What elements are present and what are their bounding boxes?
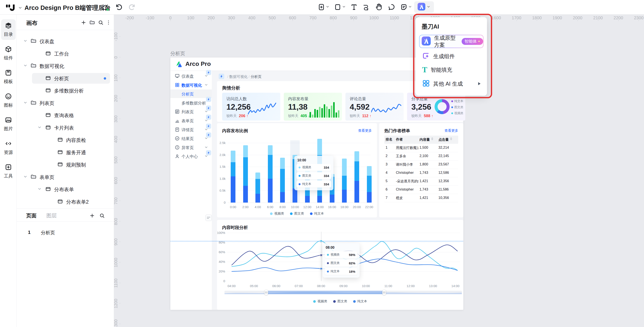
card-title: 内容时段分析 (222, 225, 248, 230)
frame-icon (57, 199, 63, 205)
table-cell: 1,421 (420, 179, 428, 183)
tree-item-分布表单2[interactable]: 分布表单2 (17, 196, 114, 208)
connector-tool-button[interactable] (360, 1, 372, 13)
chevron-down-icon[interactable] (23, 39, 28, 44)
tree-item-服务开通[interactable]: 服务开通 (17, 146, 114, 158)
page-list-item[interactable]: 1分析页 (17, 227, 114, 237)
sidebar-item-templates[interactable]: 模板 (1, 66, 16, 87)
tree-item-label: 多维数据分析 (54, 87, 84, 94)
redo-button[interactable] (128, 3, 136, 11)
tree-item-label: 服务开通 (66, 149, 86, 156)
grid4-icon (419, 79, 430, 88)
ai-tools-button[interactable] (414, 1, 434, 13)
app-nav-数据可视化[interactable]: 数据可视化 (170, 81, 212, 89)
sidebar-item-label: 组件 (4, 55, 13, 61)
breadcrumb-bolt-icon (219, 74, 224, 79)
app-logo-icon[interactable] (6, 3, 15, 12)
tree-item-label: 卡片列表 (54, 125, 74, 131)
ruler-tick (119, 303, 120, 304)
logo-chevron-down-icon[interactable] (18, 5, 22, 11)
table-cell: 2 (386, 154, 388, 158)
app-nav-分析页[interactable]: 分析页 (170, 89, 212, 98)
check-icon (175, 136, 180, 142)
ai-menu-item-3[interactable]: T智能填充 (419, 64, 484, 75)
cloud-sync-icon[interactable] (101, 3, 109, 12)
chevron-down-icon[interactable] (23, 100, 28, 106)
tab-layers[interactable]: 图层 (46, 212, 57, 219)
ai-menu-item-1[interactable]: 生成原型方案智能体 ✦ (419, 35, 484, 48)
sidebar-item-tools[interactable]: 工具 (1, 161, 16, 182)
text-tool-button[interactable] (348, 1, 360, 13)
tree-item-规则预制[interactable]: 规则预制 (17, 159, 114, 171)
chevron-down-icon[interactable] (38, 187, 42, 192)
app-nav-个人中心[interactable]: 个人中心 (170, 152, 212, 160)
app-nav-结果页[interactable]: 结果页 (170, 134, 212, 143)
chevron-down-icon[interactable] (23, 174, 28, 180)
hand-tool-button[interactable] (373, 1, 385, 13)
tree-item-列表页[interactable]: 列表页 (17, 97, 114, 109)
view-more-link[interactable]: 查看更多 (358, 128, 372, 133)
ai-menu-item-label: 生成原型方案 (434, 34, 459, 48)
slider-handle-right[interactable] (382, 290, 386, 295)
frame-label[interactable]: 分析页 (170, 50, 185, 57)
more-options-button[interactable] (105, 19, 112, 26)
component-sparkle-icon (419, 52, 430, 60)
tree-item-卡片列表[interactable]: 卡片列表 (17, 122, 114, 134)
add-page-list-button[interactable] (89, 212, 96, 219)
tree-item-内容质检[interactable]: 内容质检 (17, 134, 114, 146)
monitor-icon (175, 73, 180, 79)
tree-item-数据可视化[interactable]: 数据可视化 (17, 60, 114, 72)
slider-handle-left[interactable] (264, 290, 268, 295)
sidebar-item-components[interactable]: 组件 (1, 43, 16, 63)
app-nav-多维数据分析[interactable]: 多维数据分析 (170, 98, 212, 107)
search-pages-button[interactable] (99, 212, 105, 219)
canvas-handle-icon[interactable] (205, 215, 212, 221)
ai-menu-item-4[interactable]: 其他 AI 生成 (419, 78, 484, 89)
table-cell: 1,743 (420, 188, 428, 191)
submenu-arrow-icon (478, 82, 480, 85)
app-nav-详情页[interactable]: 详情页 (170, 125, 212, 134)
line-chart-card: 内容时段分析100%80%60%40%20%004:0005:0006:0007… (217, 220, 463, 310)
tree-item-表单页[interactable]: 表单页 (17, 171, 114, 183)
breadcrumb-seg[interactable]: 分析页 (251, 75, 262, 79)
comment-tool-button[interactable] (385, 1, 398, 13)
frame-tool-button-chevron-icon[interactable] (342, 5, 346, 9)
range-slider[interactable] (224, 291, 462, 294)
chevron-down-icon (204, 145, 208, 150)
sidebar-item-icons[interactable]: 图标 (1, 90, 16, 111)
add-page-button[interactable] (80, 19, 87, 26)
view-more-link[interactable]: 查看更多 (444, 128, 458, 133)
chevron-down-icon[interactable] (23, 63, 28, 68)
sidebar-item-images[interactable]: 图片 (1, 114, 16, 134)
app-nav-仪表盘[interactable]: 仪表盘 (170, 72, 212, 80)
tree-item-工作台[interactable]: 工作台 (17, 48, 114, 60)
tree-item-仪表盘[interactable]: 仪表盘 (17, 35, 114, 47)
tab-pages[interactable]: 页面 (26, 212, 36, 219)
new-folder-button[interactable] (89, 19, 96, 26)
app-nav-异常页[interactable]: 异常页 (170, 143, 212, 152)
ai-menu-item-2[interactable]: 生成组件 (419, 51, 484, 62)
sparkline-chart (248, 101, 278, 117)
tree-item-分析页[interactable]: 分析页 (17, 72, 114, 84)
page-index: 1 (28, 230, 30, 235)
document-title[interactable]: Arco Design Pro B端管理后台 (24, 4, 111, 12)
sidebar-item-catalog[interactable]: 目录 (1, 19, 16, 40)
undo-button[interactable] (115, 3, 122, 11)
app-nav-列表页[interactable]: 列表页 (170, 107, 212, 116)
cube-icon (5, 45, 12, 54)
chevron-down-icon[interactable] (38, 125, 42, 130)
bar-segment-纯文本 (243, 186, 248, 203)
sort-icon[interactable] (450, 137, 452, 140)
tree-item-查询表格[interactable]: 查询表格 (17, 109, 114, 121)
sort-icon[interactable] (431, 137, 433, 140)
tree-item-分布表单[interactable]: 分布表单 (17, 183, 114, 195)
ruler-tick (119, 78, 120, 78)
search-button[interactable] (98, 19, 104, 26)
app-nav-表单页[interactable]: 表单页 (170, 116, 212, 125)
breadcrumb-seg[interactable]: 数据可视化 (229, 75, 248, 79)
tree-item-多维数据分析[interactable]: 多维数据分析 (17, 84, 114, 97)
folder-icon (30, 100, 36, 107)
insert-button-chevron-icon[interactable] (326, 5, 330, 9)
notes-tool-button-chevron-icon[interactable] (408, 5, 412, 9)
sidebar-item-resources[interactable]: 资源 (1, 137, 16, 158)
